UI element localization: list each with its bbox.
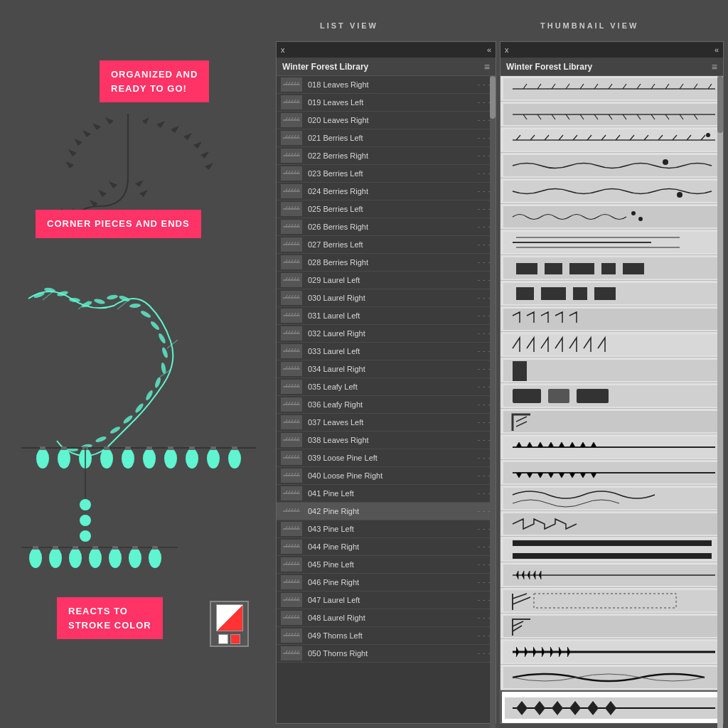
- thumb-menu-icon[interactable]: ≡: [712, 61, 717, 73]
- thumb-row[interactable]: [500, 690, 723, 723]
- list-scrollbar[interactable]: [490, 76, 496, 728]
- list-item[interactable]: 046 Pine Right- - -: [277, 574, 496, 592]
- thumb-row[interactable]: [500, 255, 723, 281]
- list-item-thumbnail: [281, 362, 302, 376]
- thumb-image: [500, 230, 723, 255]
- thumb-row[interactable]: [500, 434, 723, 460]
- svg-line-122: [516, 417, 527, 422]
- thumb-row[interactable]: [500, 537, 723, 562]
- thumb-row[interactable]: [500, 153, 723, 178]
- list-menu-icon[interactable]: ≡: [484, 61, 490, 73]
- list-item[interactable]: 033 Laurel Left- - -: [277, 343, 496, 360]
- swatch-preview: [216, 604, 243, 631]
- svg-point-15: [154, 376, 161, 388]
- list-item[interactable]: 044 Pine Right- - -: [277, 538, 496, 556]
- svg-rect-43: [125, 446, 131, 450]
- svg-point-60: [149, 548, 161, 568]
- thumb-row[interactable]: [500, 588, 723, 614]
- thumb-row[interactable]: [500, 639, 723, 665]
- thumb-row[interactable]: [500, 511, 723, 537]
- list-item[interactable]: 038 Leaves Right- - -: [277, 432, 496, 449]
- list-item[interactable]: 023 Berries Left- - -: [277, 165, 496, 183]
- list-item[interactable]: 024 Berries Right- - -: [277, 183, 496, 200]
- thumb-library-header: Winter Forest Library ≡: [500, 58, 723, 76]
- list-item[interactable]: 027 Berries Left- - -: [277, 236, 496, 254]
- thumbnail-view-header: THUMBNAIL VIEW: [540, 21, 638, 30]
- thumb-row[interactable]: [500, 460, 723, 486]
- list-item[interactable]: 041 Pine Left- - -: [277, 485, 496, 503]
- list-item[interactable]: 030 Laurel Right- - -: [277, 289, 496, 307]
- list-item[interactable]: 025 Berries Left- - -: [277, 200, 496, 218]
- list-item[interactable]: 022 Berries Right- - -: [277, 147, 496, 165]
- thumb-row[interactable]: [500, 204, 723, 230]
- thumb-image: [500, 281, 723, 306]
- list-item-thumbnail: [281, 415, 302, 429]
- list-item[interactable]: 047 Laurel Left- - -: [277, 592, 496, 609]
- list-item-name: 045 Pine Left: [308, 560, 478, 569]
- list-item[interactable]: 040 Loose Pine Right- - -: [277, 467, 496, 485]
- thumb-row[interactable]: [500, 281, 723, 306]
- thumb-row[interactable]: [500, 127, 723, 153]
- thumb-image: [502, 696, 722, 721]
- list-item[interactable]: 034 Laurel Right- - -: [277, 360, 496, 378]
- svg-point-35: [164, 449, 177, 469]
- svg-rect-113: [601, 263, 616, 274]
- list-item-thumbnail: [281, 433, 302, 447]
- thumb-row[interactable]: [500, 614, 723, 639]
- list-item[interactable]: 045 Pine Left- - -: [277, 556, 496, 574]
- thumb-row[interactable]: [500, 383, 723, 409]
- thumb-row[interactable]: [500, 562, 723, 588]
- list-item[interactable]: 042 Pine Right- - -: [277, 503, 496, 520]
- list-item[interactable]: 032 Laurel Right- - -: [277, 325, 496, 343]
- thumb-panel-collapse[interactable]: «: [714, 46, 719, 54]
- thumb-row[interactable]: [500, 409, 723, 434]
- list-item[interactable]: 037 Leaves Left- - -: [277, 414, 496, 432]
- list-item[interactable]: 035 Leafy Left- - -: [277, 378, 496, 396]
- thumb-row[interactable]: [500, 178, 723, 204]
- list-item[interactable]: 050 Thorns Right- - -: [277, 645, 496, 663]
- list-item[interactable]: 026 Berries Right- - -: [277, 218, 496, 236]
- list-panel-collapse[interactable]: «: [487, 46, 491, 54]
- list-item-thumbnail: [281, 220, 302, 234]
- list-item[interactable]: 018 Leaves Right- - -: [277, 76, 496, 94]
- list-item[interactable]: 029 Laurel Left- - -: [277, 272, 496, 289]
- color-swatch[interactable]: [210, 601, 249, 647]
- thumb-row[interactable]: [500, 306, 723, 332]
- list-item[interactable]: 028 Berries Right- - -: [277, 254, 496, 272]
- list-item-name: 041 Pine Left: [308, 489, 478, 498]
- list-item-name: 044 Pine Right: [308, 542, 478, 551]
- list-item[interactable]: 021 Berries Left- - -: [277, 129, 496, 147]
- list-item-thumbnail: [281, 291, 302, 305]
- list-item-thumbnail: [281, 344, 302, 358]
- list-item[interactable]: 043 Pine Left- - -: [277, 520, 496, 538]
- thumb-row[interactable]: [500, 230, 723, 255]
- list-item-name: 024 Berries Right: [308, 187, 478, 196]
- thumb-row[interactable]: [500, 358, 723, 383]
- thumb-content: [503, 257, 720, 279]
- list-item[interactable]: 049 Thorns Left- - -: [277, 627, 496, 645]
- thumb-scrollbar[interactable]: [717, 76, 723, 728]
- list-panel-close[interactable]: x: [281, 46, 285, 54]
- thumb-row[interactable]: [500, 665, 723, 690]
- list-item[interactable]: 039 Loose Pine Left- - -: [277, 449, 496, 467]
- thumb-row[interactable]: [500, 102, 723, 127]
- thumb-row[interactable]: [500, 76, 723, 102]
- svg-point-32: [100, 449, 113, 469]
- thumb-panel-close[interactable]: x: [505, 46, 509, 54]
- list-item[interactable]: 031 Laurel Left- - -: [277, 307, 496, 325]
- list-item[interactable]: 036 Leafy Right- - -: [277, 396, 496, 414]
- list-scrollbar-thumb[interactable]: [490, 76, 496, 119]
- list-item-thumbnail: [281, 149, 302, 163]
- list-item-thumbnail: [281, 397, 302, 412]
- svg-rect-44: [146, 446, 152, 450]
- thumb-row[interactable]: [500, 332, 723, 358]
- list-item-name: 021 Berries Left: [308, 134, 478, 142]
- svg-rect-48: [232, 446, 237, 450]
- thumb-row[interactable]: [500, 486, 723, 511]
- thumb-scrollbar-thumb[interactable]: [717, 76, 723, 133]
- list-item[interactable]: 048 Laurel Right- - -: [277, 609, 496, 627]
- list-item[interactable]: 020 Leaves Right- - -: [277, 112, 496, 129]
- list-item[interactable]: 019 Leaves Left- - -: [277, 94, 496, 112]
- thumb-content: [503, 462, 720, 483]
- svg-point-58: [109, 548, 122, 568]
